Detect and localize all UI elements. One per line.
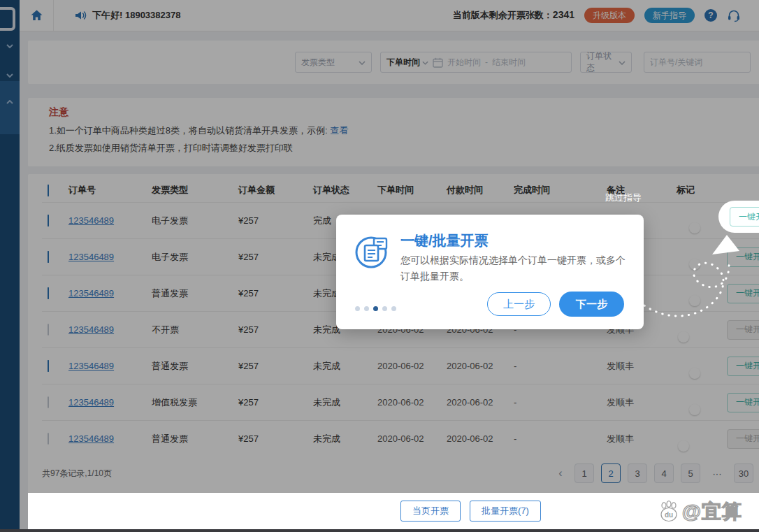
step-dot xyxy=(355,306,360,311)
watermark-text: @宜算 xyxy=(682,498,742,525)
batch-invoice-button[interactable]: 批量开票(7) xyxy=(470,501,541,522)
tour-step-dots xyxy=(355,306,396,311)
step-dot xyxy=(382,306,387,311)
next-step-button[interactable]: 下一步 xyxy=(559,292,624,317)
batch-invoice-icon xyxy=(354,233,391,269)
tour-spotlight-bubble: 一键开票 xyxy=(718,201,759,233)
tour-modal: 一键/批量开票 您可以根据实际情况选择单个订单一键开票，或多个订单批量开票。 上… xyxy=(336,215,644,329)
step-dot xyxy=(373,306,378,311)
invoice-current-page-button[interactable]: 当页开票 xyxy=(400,501,461,522)
one-click-invoice-button-highlighted[interactable]: 一键开票 xyxy=(730,207,759,227)
step-dot xyxy=(391,306,396,311)
watermark: du @宜算 xyxy=(657,498,742,525)
tour-title: 一键/批量开票 xyxy=(400,231,489,250)
paw-icon: du xyxy=(657,500,681,524)
bottom-action-bar: 当页开票 批量开票(7) du @宜算 xyxy=(28,493,759,529)
app-window: 下午好! 18903382378 当前版本剩余开票张数：2341 升级版本 新手… xyxy=(0,0,759,532)
skip-guide-link[interactable]: 跳过指导 xyxy=(605,192,642,204)
bottom-edge-strip xyxy=(0,529,759,532)
step-dot xyxy=(364,306,369,311)
prev-step-button[interactable]: 上一步 xyxy=(487,292,551,316)
tour-description: 您可以根据实际情况选择单个订单一键开票，或多个订单批量开票。 xyxy=(400,252,632,285)
svg-text:du: du xyxy=(665,511,673,519)
